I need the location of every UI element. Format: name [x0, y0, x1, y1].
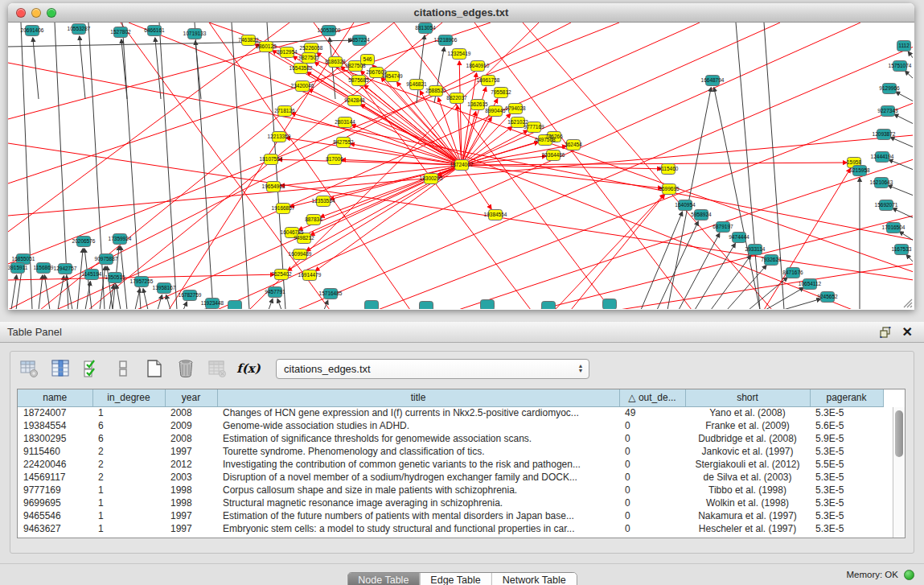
table-cell[interactable]: 6: [92, 419, 165, 432]
table-cell[interactable]: 19384554: [18, 419, 92, 432]
table-cell[interactable]: 49: [619, 406, 685, 419]
select-columns-icon[interactable]: [81, 358, 102, 379]
column-header-pagerank[interactable]: pagerank: [810, 389, 883, 406]
table-cell[interactable]: 2009: [165, 419, 217, 432]
table-cell[interactable]: Stergiakouli et al. (2012): [685, 458, 810, 471]
table-cell[interactable]: Estimation of the future numbers of pati…: [217, 509, 619, 522]
column-header-name[interactable]: name: [18, 389, 92, 406]
table-cell[interactable]: 9465546: [18, 509, 92, 522]
table-row[interactable]: 946362711997Embryonic stem cells: a mode…: [18, 522, 883, 535]
table-cell[interactable]: Hescheler et al. (1997): [685, 522, 810, 535]
resize-grip[interactable]: [901, 297, 913, 308]
table-cell[interactable]: Yano et al. (2008): [685, 406, 810, 419]
scrollbar-thumb[interactable]: [895, 410, 903, 457]
network-canvas[interactable]: 1872400774638228860128891295425226058982…: [8, 23, 913, 309]
table-cell[interactable]: 1997: [165, 445, 217, 458]
table-row[interactable]: 946554611997Estimation of the future num…: [18, 509, 883, 522]
close-window-button[interactable]: [16, 8, 26, 18]
graph-node[interactable]: [542, 302, 556, 310]
table-cell[interactable]: Embryonic stem cells: a model to study s…: [217, 522, 619, 535]
table-cell[interactable]: 1998: [165, 484, 217, 496]
table-cell[interactable]: 1997: [165, 509, 217, 522]
new-table-icon[interactable]: [144, 358, 165, 379]
table-cell[interactable]: 18724007: [18, 406, 92, 419]
delete-table-icon[interactable]: [175, 358, 196, 379]
table-scrollbar[interactable]: [893, 407, 905, 538]
table-cell[interactable]: Jankovic et al. (1997): [685, 445, 810, 458]
table-cell[interactable]: 0: [619, 419, 685, 432]
table-cell[interactable]: 5.3E-5: [810, 509, 883, 522]
table-cell[interactable]: 22420046: [18, 458, 92, 471]
minimize-window-button[interactable]: [31, 8, 41, 18]
column-header-title[interactable]: title: [217, 389, 619, 406]
table-cell[interactable]: 5.3E-5: [810, 445, 883, 458]
table-cell[interactable]: 0: [619, 496, 685, 509]
table-cell[interactable]: Tourette syndrome. Phenomenology and cla…: [217, 445, 619, 458]
table-cell[interactable]: Genome-wide association studies in ADHD.: [217, 419, 619, 432]
table-cell[interactable]: 1: [92, 509, 165, 522]
table-row[interactable]: 1938455462009Genome-wide association stu…: [18, 419, 883, 432]
column-header-year[interactable]: year: [165, 389, 217, 406]
table-cell[interactable]: 0: [619, 445, 685, 458]
table-cell[interactable]: Dudbridge et al. (2008): [685, 432, 810, 445]
table-cell[interactable]: Estimation of significance thresholds fo…: [217, 432, 619, 445]
close-panel-icon[interactable]: ✕: [902, 324, 913, 340]
table-cell[interactable]: Disruption of a novel member of a sodium…: [217, 471, 619, 484]
network-window[interactable]: citations_edges.txt 18724007746382288601…: [8, 3, 914, 310]
zoom-window-button[interactable]: [47, 8, 56, 18]
table-cell[interactable]: Wolkin et al. (1998): [685, 496, 810, 509]
graph-node[interactable]: [481, 300, 495, 310]
table-cell[interactable]: 9463627: [18, 522, 92, 535]
table-row[interactable]: 1456911722003Disruption of a novel membe…: [18, 471, 883, 484]
table-row[interactable]: 1830029562008Estimation of significance …: [18, 432, 883, 445]
graph-node[interactable]: [228, 301, 242, 310]
table-cell[interactable]: 5.3E-5: [810, 522, 883, 535]
table-row[interactable]: 911546021997Tourette syndrome. Phenomeno…: [18, 445, 883, 458]
table-cell[interactable]: 1: [92, 484, 165, 496]
column-header-out_de[interactable]: △ out_de...: [619, 389, 685, 406]
graph-node[interactable]: [603, 299, 617, 310]
table-cell[interactable]: Changes of HCN gene expression and I(f) …: [217, 406, 619, 419]
table-cell[interactable]: 1997: [165, 522, 217, 535]
table-cell[interactable]: 2012: [165, 458, 217, 471]
table-cell[interactable]: 2008: [165, 432, 217, 445]
table-cell[interactable]: 5.9E-5: [810, 432, 883, 445]
table-cell[interactable]: 0: [619, 484, 685, 496]
table-cell[interactable]: 5.6E-5: [810, 419, 883, 432]
table-cell[interactable]: 18300295: [18, 432, 92, 445]
table-cell[interactable]: 14569117: [18, 471, 92, 484]
table-row[interactable]: 969969511998Structural magnetic resonanc…: [18, 496, 883, 509]
table-settings-icon[interactable]: [18, 358, 39, 379]
table-cell[interactable]: 0: [619, 522, 685, 535]
table-cell[interactable]: 5.3E-5: [810, 484, 883, 496]
table-panel-header[interactable]: Table Panel ✕: [0, 322, 924, 343]
table-cell[interactable]: 0: [619, 471, 685, 484]
table-cell[interactable]: 1: [92, 406, 165, 419]
table-cell[interactable]: Franke et al. (2009): [685, 419, 810, 432]
table-cell[interactable]: 9777169: [18, 484, 92, 496]
table-cell[interactable]: 2008: [165, 406, 217, 419]
table-cell[interactable]: 6: [92, 432, 165, 445]
table-cell[interactable]: Corpus callosum shape and size in male p…: [217, 484, 619, 496]
row-options-icon[interactable]: [113, 358, 133, 379]
table-cell[interactable]: Nakamura et al. (1997): [685, 509, 810, 522]
table-cell[interactable]: 2: [92, 458, 165, 471]
table-cell[interactable]: 5.3E-5: [810, 406, 883, 419]
table-cell[interactable]: 5.5E-5: [810, 458, 883, 471]
table-cell[interactable]: 9115460: [18, 445, 92, 458]
table-cell[interactable]: 1: [92, 522, 165, 535]
show-columns-icon[interactable]: [50, 358, 71, 379]
table-cell[interactable]: 2: [92, 471, 165, 484]
table-cell[interactable]: Structural magnetic resonance image aver…: [217, 496, 619, 509]
column-header-in_degree[interactable]: in_degree: [92, 389, 165, 406]
table-cell[interactable]: 0: [619, 432, 685, 445]
function-builder-icon[interactable]: f(x): [238, 358, 259, 379]
network-window-titlebar[interactable]: citations_edges.txt: [8, 3, 914, 23]
table-row[interactable]: 1872400712008Changes of HCN gene express…: [18, 406, 883, 419]
table-selector-dropdown[interactable]: citations_edges.txt ▲▼: [276, 359, 589, 379]
table-cell[interactable]: 0: [619, 509, 685, 522]
table-cell[interactable]: 5.3E-5: [810, 471, 883, 484]
table-cell[interactable]: 2003: [165, 471, 217, 484]
column-header-short[interactable]: short: [685, 389, 810, 406]
table-cell[interactable]: de Silva et al. (2003): [685, 471, 810, 484]
